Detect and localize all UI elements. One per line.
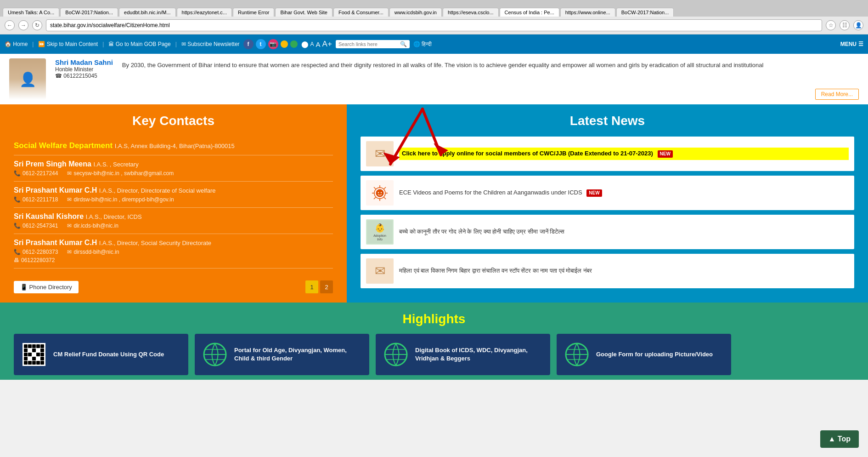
contact-item-prashant1: Sri Prashant Kumar C.H I.A.S., Director,… bbox=[14, 182, 333, 208]
font-a-small[interactable]: A bbox=[310, 41, 314, 47]
svg-point-4 bbox=[376, 189, 383, 197]
news-item-4[interactable]: ✉ महिला एवं बाल विकास निगम बिहार द्वारा … bbox=[361, 254, 854, 288]
highlight-card-4[interactable]: Google Form for uploading Picture/Video bbox=[557, 334, 731, 375]
highlights-cards: CM Relief Fund Donate Using QR Code Port… bbox=[14, 334, 854, 375]
minister-info: Shri Madan Sahni Honble Minister ☎ 06122… bbox=[55, 58, 113, 79]
contact-phone-prem: 📞 0612-2217244 bbox=[14, 170, 58, 177]
latest-news-section: Latest News ✉ Click here to apply online… bbox=[347, 104, 868, 303]
tab-bihar-govt[interactable]: Bihar Govt. Web Site bbox=[275, 8, 333, 17]
news-thumb-3: 👶 AdoptionInfo bbox=[366, 219, 394, 245]
contact-item-kaushal: Sri Kaushal Kishore I.A.S., Director, IC… bbox=[14, 208, 333, 234]
account-button[interactable]: 👤 bbox=[853, 20, 863, 30]
minister-photo: 👤 bbox=[9, 58, 46, 100]
twitter-icon[interactable]: t bbox=[256, 39, 266, 49]
contact-email-prashant1: ✉ dirdsw-bih@nic.in , diremppd-bih@gov.i… bbox=[67, 196, 174, 203]
browser-tabs-bar: Umesh Talks: A Co... BoCW-2017:Nation...… bbox=[0, 0, 868, 17]
news-item-3[interactable]: 👶 AdoptionInfo बच्चे को कानूनी तौर पर गो… bbox=[361, 215, 854, 249]
contact-name-kaushal: Sri Kaushal Kishore I.A.S., Director, IC… bbox=[14, 212, 333, 221]
tab-edudbt[interactable]: edudbt.bih.nic.in/M... bbox=[119, 8, 176, 17]
skip-link[interactable]: ⏩ Skip to Main Content bbox=[38, 41, 98, 47]
url-input[interactable] bbox=[46, 19, 822, 31]
menu-label: MENU bbox=[840, 41, 857, 47]
highlight-card-text-1: CM Relief Fund Donate Using QR Code bbox=[53, 350, 164, 359]
bookmark-button[interactable]: ☆ bbox=[826, 20, 836, 30]
back-button[interactable]: ← bbox=[5, 20, 15, 30]
contact-name-prem: Sri Prem Singh Meena I.A.S. , Secretary bbox=[14, 160, 333, 168]
pagination: 1 2 bbox=[305, 280, 333, 293]
instagram-icon[interactable]: 📷 bbox=[268, 39, 278, 49]
contact-name-prashant2: Sri Prashant Kumar C.H I.A.S., Director,… bbox=[14, 239, 333, 247]
news-text-4: महिला एवं बाल विकास निगम बिहार द्वारा सं… bbox=[399, 267, 849, 275]
key-contacts-section: Key Contacts Social Welfare Department I… bbox=[0, 104, 347, 303]
tab-runtime[interactable]: Runtime Error bbox=[233, 8, 274, 17]
contact-email-prashant2: ✉ dirssdd-bih@nic.in bbox=[67, 249, 119, 255]
page-2-button[interactable]: 2 bbox=[320, 280, 333, 293]
tab-bocw1[interactable]: BoCW-2017:Nation... bbox=[60, 8, 118, 17]
highlight-card-text-4: Google Form for uploading Picture/Video bbox=[596, 350, 713, 359]
minister-section: 👤 Shri Madan Sahni Honble Minister ☎ 061… bbox=[0, 54, 868, 104]
tab-eazytone[interactable]: https://eazytonet.c... bbox=[177, 8, 232, 17]
new-badge-1: NEW bbox=[658, 150, 673, 158]
contact-phone-kaushal: 📞 0612-2547341 bbox=[14, 223, 58, 229]
highlight-card-icon-2 bbox=[201, 341, 229, 368]
news-thumb-4: ✉ bbox=[366, 258, 394, 284]
contact-item-prem: Sri Prem Singh Meena I.A.S. , Secretary … bbox=[14, 155, 333, 182]
page-1-button[interactable]: 1 bbox=[305, 280, 318, 293]
minister-title: Honble Minister bbox=[55, 66, 113, 73]
highlight-card-3[interactable]: Digital Book of ICDS, WDC, Divyangjan, V… bbox=[376, 334, 550, 375]
minister-quote: By 2030, the Government of Bihar intend … bbox=[122, 58, 859, 70]
home-link[interactable]: 🏠 Home bbox=[5, 41, 28, 47]
highlight-card-2[interactable]: Portal for Old Age, Divyangjan, Women, C… bbox=[195, 334, 369, 375]
circle-icon: ⬤ bbox=[301, 40, 309, 48]
svg-line-10 bbox=[374, 187, 376, 189]
news-item-2[interactable]: ECE Videos and Poems for the Children at… bbox=[361, 176, 854, 210]
contact-name-dept: Social Welfare Department I.A.S, Annex B… bbox=[14, 141, 333, 150]
gob-link[interactable]: 🏛 Go to Main GOB Page bbox=[108, 41, 170, 47]
contact-phone-prashant1: 📞 0612-2211718 bbox=[14, 196, 58, 203]
new-badge-2: NEW bbox=[586, 189, 602, 197]
google-green-icon[interactable] bbox=[290, 40, 298, 48]
read-more-button[interactable]: Read More... bbox=[815, 89, 859, 100]
phone-directory-button[interactable]: 📱 Phone Directory bbox=[14, 281, 79, 293]
highlight-card-text-2: Portal for Old Age, Divyangjan, Women, C… bbox=[234, 346, 363, 363]
news-item-1[interactable]: ✉ Click here to apply online for social … bbox=[361, 137, 854, 171]
font-a-medium[interactable]: A bbox=[316, 40, 321, 48]
tab-food[interactable]: Food & Consumer... bbox=[333, 8, 389, 17]
tab-eseva[interactable]: https://eseva.csclo... bbox=[443, 8, 499, 17]
news-text-2: ECE Videos and Poems for the Children at… bbox=[399, 189, 849, 197]
contact-email-prem: ✉ secysw-bih@nic.in , swbihar@gmail.com bbox=[67, 170, 174, 177]
qr-code bbox=[23, 343, 45, 366]
reload-button[interactable]: ↻ bbox=[32, 20, 42, 30]
svg-point-15 bbox=[381, 192, 382, 193]
extensions-button[interactable]: ☷ bbox=[840, 20, 850, 30]
tab-umesh[interactable]: Umesh Talks: A Co... bbox=[3, 8, 59, 17]
tab-online[interactable]: https://www.online... bbox=[560, 8, 615, 17]
search-box: 🔍 bbox=[336, 40, 410, 48]
search-icon[interactable]: 🔍 bbox=[400, 41, 407, 47]
highlight-card-icon-1 bbox=[20, 341, 48, 368]
contact-item-prashant2: Sri Prashant Kumar C.H I.A.S., Director,… bbox=[14, 234, 333, 268]
google-yellow-icon[interactable] bbox=[281, 40, 288, 48]
search-input[interactable] bbox=[338, 41, 398, 47]
contact-name-prashant1: Sri Prashant Kumar C.H I.A.S., Director,… bbox=[14, 186, 333, 194]
tab-census[interactable]: Census of India : Pe... bbox=[500, 8, 559, 17]
minister-photo-inner: 👤 bbox=[9, 58, 46, 100]
highlight-card-1[interactable]: CM Relief Fund Donate Using QR Code bbox=[14, 334, 188, 375]
hindi-link[interactable]: 🌐 हिन्दी bbox=[413, 41, 432, 47]
subscribe-link[interactable]: ✉ Subscribe Newsletter bbox=[181, 41, 240, 47]
highlight-card-icon-3 bbox=[382, 341, 410, 368]
tab-icds[interactable]: www.icdsbih.gov.in bbox=[389, 8, 442, 17]
highlights-title: Highlights bbox=[14, 312, 854, 326]
menu-button[interactable]: MENU ☰ bbox=[840, 41, 863, 47]
minister-phone: ☎ 06122215045 bbox=[55, 73, 113, 79]
social-icons: f t 📷 bbox=[243, 39, 298, 49]
forward-button[interactable]: → bbox=[18, 20, 28, 30]
main-content: Key Contacts Social Welfare Department I… bbox=[0, 104, 868, 303]
browser-address-bar: ← → ↻ ☆ ☷ 👤 bbox=[0, 17, 868, 34]
tab-bocw2[interactable]: BoCW-2017:Nation... bbox=[616, 8, 674, 17]
highlights-section: Highlights CM Relief Fund Donate Using Q… bbox=[0, 303, 868, 380]
svg-line-13 bbox=[374, 197, 376, 199]
highlight-card-icon-4 bbox=[563, 341, 591, 368]
facebook-icon[interactable]: f bbox=[243, 39, 254, 49]
font-a-large[interactable]: A+ bbox=[322, 40, 332, 49]
